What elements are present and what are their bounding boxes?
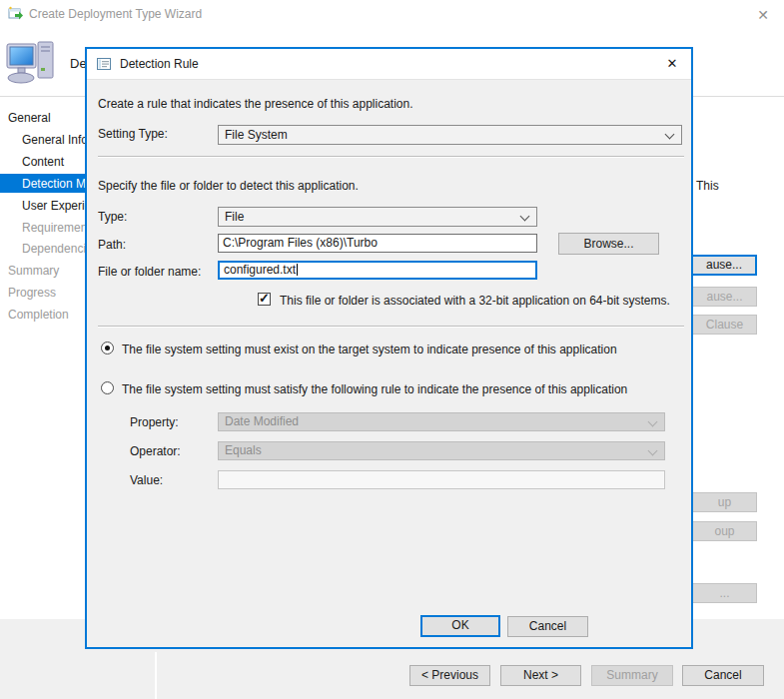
property-value: Date Modified (225, 414, 299, 428)
group-button-clipped: up (693, 492, 757, 512)
path-label: Path: (98, 238, 126, 252)
sidebar-item-progress: Progress (8, 285, 56, 301)
operator-value: Equals (225, 443, 262, 457)
sidebar-item-general-info[interactable]: General Info (22, 132, 88, 148)
detection-rule-dialog: Detection Rule ✕ Create a rule that indi… (85, 47, 693, 649)
browse-button[interactable]: Browse... (558, 233, 659, 255)
dialog-cancel-button[interactable]: Cancel (507, 616, 588, 637)
clipped-text-fragment: This (696, 179, 719, 193)
section-divider (98, 326, 684, 327)
sidebar-item-dependencies: Dependenci (22, 241, 86, 257)
computer-icon (5, 38, 59, 90)
text-cursor (297, 264, 298, 276)
32bit-checkbox-label: This file or folder is associated with a… (280, 294, 670, 308)
next-button[interactable]: Next > (500, 665, 581, 686)
window-title: Create Deployment Type Wizard (29, 7, 202, 21)
add-clause-button-clipped[interactable]: ause... (693, 255, 757, 276)
wizard-cancel-button[interactable]: Cancel (682, 665, 764, 686)
operator-dropdown: Equals (218, 441, 665, 460)
sidebar-item-general[interactable]: General (8, 110, 51, 126)
property-label: Property: (130, 415, 179, 429)
section-divider (98, 156, 684, 157)
sidebar-item-requirements: Requiremen (22, 220, 87, 236)
sidebar-item-content[interactable]: Content (22, 154, 64, 170)
must-satisfy-rule-radio[interactable] (101, 381, 114, 394)
file-name-input[interactable]: configured.txt (218, 261, 537, 280)
intro-text: Create a rule that indicates the presenc… (98, 97, 413, 111)
detection-rule-form-icon (96, 56, 112, 72)
setting-type-label: Setting Type: (98, 127, 168, 141)
type-value: File (225, 210, 244, 224)
summary-button: Summary (591, 665, 673, 686)
screen: { "window": { "title": "Create Deploymen… (0, 0, 784, 699)
wizard-app-icon (8, 6, 24, 22)
chevron-down-icon (648, 417, 658, 427)
file-name-value: configured.txt (224, 263, 296, 277)
dialog-titlebar[interactable]: Detection Rule ✕ (87, 49, 691, 80)
sidebar-item-summary: Summary (8, 263, 59, 279)
sidebar-item-user-experience[interactable]: User Experie (22, 198, 91, 214)
window-close-icon[interactable]: ✕ (751, 3, 775, 27)
must-satisfy-rule-radio-label: The file system setting must satisfy the… (122, 382, 627, 396)
setting-type-value: File System (225, 128, 288, 142)
setting-type-dropdown[interactable]: File System (218, 125, 682, 145)
bottom-pane-divider (155, 652, 157, 699)
file-name-label: File or folder name: (98, 265, 201, 279)
value-label: Value: (130, 473, 163, 487)
must-exist-radio-label: The file system setting must exist on th… (122, 343, 617, 356)
sidebar-item-detection-method[interactable]: Detection M (22, 176, 86, 192)
ungroup-button-clipped: oup (693, 521, 757, 541)
specify-text: Specify the file or folder to detect thi… (98, 179, 359, 193)
dialog-title: Detection Rule (120, 57, 199, 71)
must-exist-radio[interactable] (101, 342, 114, 354)
path-input[interactable]: C:\Program Files (x86)\Turbo (218, 234, 537, 253)
delete-clause-button-clipped: Clause (693, 315, 757, 335)
dialog-body: Create a rule that indicates the presenc… (87, 80, 691, 647)
dialog-close-icon[interactable]: ✕ (661, 53, 683, 75)
property-dropdown: Date Modified (218, 412, 665, 431)
edit-clause-button-clipped: ause... (693, 287, 757, 307)
value-input (218, 470, 665, 489)
type-label: Type: (98, 210, 127, 224)
type-dropdown[interactable]: File (218, 207, 537, 227)
previous-button[interactable]: < Previous (409, 665, 490, 686)
sidebar-item-completion: Completion (8, 307, 69, 323)
chevron-down-icon (520, 212, 530, 222)
clipped-button: ... (693, 583, 757, 603)
operator-label: Operator: (130, 444, 181, 458)
ok-button[interactable]: OK (420, 615, 500, 637)
chevron-down-icon (648, 446, 658, 456)
32bit-checkbox[interactable] (258, 293, 271, 306)
chevron-down-icon (665, 130, 675, 140)
